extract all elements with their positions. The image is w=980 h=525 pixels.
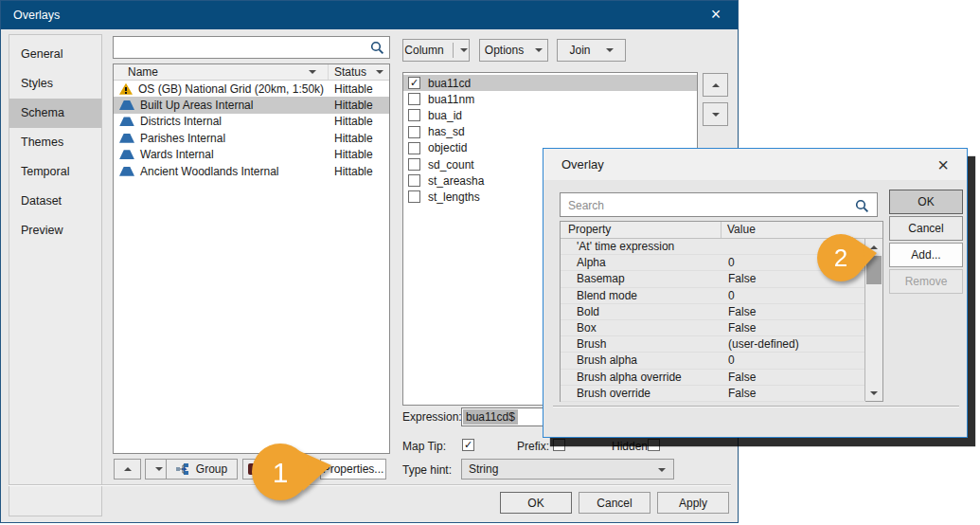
sidebar-item-temporal[interactable]: Temporal bbox=[9, 157, 101, 187]
overlay-status-cell: Hittable bbox=[329, 115, 389, 128]
table-row[interactable]: Built Up Areas InternalHittable bbox=[114, 97, 389, 113]
property-name-cell: Blend mode bbox=[561, 289, 722, 302]
table-row[interactable]: Ancient Woodlands InternalHittable bbox=[114, 163, 389, 179]
field-checkbox[interactable] bbox=[408, 142, 420, 154]
field-label: bua_id bbox=[428, 109, 462, 122]
chevron-down-icon bbox=[658, 468, 666, 472]
sidebar-item-dataset[interactable]: Dataset bbox=[9, 187, 101, 216]
field-checkbox[interactable] bbox=[408, 190, 420, 203]
sidebar-item-schema[interactable]: Schema bbox=[9, 99, 101, 128]
search-placeholder: Search bbox=[568, 199, 604, 212]
ok-button[interactable]: OK bbox=[500, 492, 572, 514]
cancel-button[interactable]: Cancel bbox=[889, 216, 963, 241]
list-item-bua_id[interactable]: bua_id bbox=[403, 107, 697, 123]
overlay-name-text: Ancient Woodlands Internal bbox=[140, 165, 279, 178]
overlay-status-cell: Hittable bbox=[329, 165, 389, 178]
sidebar-item-general[interactable]: General bbox=[9, 40, 101, 69]
field-checkbox[interactable]: ✓ bbox=[408, 77, 420, 89]
group-icon bbox=[176, 463, 190, 476]
ok-button[interactable]: OK bbox=[889, 190, 963, 214]
chevron-down-icon[interactable] bbox=[376, 70, 383, 74]
sidebar: GeneralStylesSchemaThemesTemporalDataset… bbox=[9, 34, 102, 516]
table-row[interactable]: OS (GB) National Grid (20km, 1:50k)Hitta… bbox=[114, 81, 389, 97]
add-button[interactable]: Add... bbox=[889, 243, 963, 267]
property-name-cell: Brush override bbox=[561, 387, 722, 400]
property-row[interactable]: Brush alpha0 bbox=[561, 353, 865, 369]
property-search-input[interactable]: Search bbox=[560, 192, 878, 217]
column-header-property[interactable]: Property bbox=[561, 222, 722, 238]
maptip-checkbox[interactable]: ✓ bbox=[462, 439, 474, 451]
field-label: st_areasha bbox=[428, 174, 484, 188]
prefix-checkbox[interactable] bbox=[553, 439, 565, 451]
layer-icon bbox=[119, 134, 134, 143]
layer-icon bbox=[119, 100, 134, 110]
chevron-down-icon bbox=[606, 48, 614, 52]
close-icon[interactable]: × bbox=[705, 3, 726, 26]
property-name-cell: Brush alpha bbox=[561, 353, 722, 367]
property-value-cell: False bbox=[722, 387, 865, 400]
expression-value: bua11cd$ bbox=[463, 409, 518, 425]
chevron-down-icon[interactable] bbox=[460, 48, 468, 52]
join-dropdown-button[interactable]: Join bbox=[557, 39, 626, 62]
property-row[interactable]: Brush(user-defined) bbox=[561, 336, 865, 353]
overlay-properties-dialog: Overlay × Search Property Value 'At' tim… bbox=[543, 148, 968, 438]
table-row[interactable]: Wards InternalHittable bbox=[114, 147, 389, 163]
sidebar-item-styles[interactable]: Styles bbox=[9, 69, 101, 99]
field-label: st_lengths bbox=[428, 190, 480, 204]
list-item-bua11nm[interactable]: bua11nm bbox=[403, 91, 697, 107]
property-name-cell: Alpha bbox=[561, 256, 722, 269]
overlay-name-cell: Ancient Woodlands Internal bbox=[114, 165, 329, 178]
hidden-checkbox[interactable] bbox=[648, 439, 660, 451]
sidebar-item-themes[interactable]: Themes bbox=[9, 128, 101, 157]
overlay-dialog-title: Overlay bbox=[561, 157, 604, 172]
field-checkbox[interactable] bbox=[408, 109, 420, 121]
table-row[interactable]: Districts InternalHittable bbox=[114, 114, 389, 130]
field-checkbox[interactable] bbox=[408, 174, 420, 187]
apply-button[interactable]: Apply bbox=[657, 492, 729, 514]
close-icon[interactable]: × bbox=[932, 153, 954, 177]
sidebar-item-preview[interactable]: Preview bbox=[9, 216, 101, 245]
property-name-cell: Brush alpha override bbox=[561, 371, 722, 384]
options-dropdown-button[interactable]: Options bbox=[479, 39, 548, 62]
field-checkbox[interactable] bbox=[408, 93, 420, 105]
popup-divider bbox=[553, 406, 959, 407]
footer-divider bbox=[9, 484, 731, 486]
chevron-down-icon[interactable] bbox=[309, 70, 316, 74]
typehint-select[interactable]: String bbox=[461, 459, 674, 480]
property-name-cell: Box bbox=[561, 321, 722, 335]
property-row[interactable]: BoxFalse bbox=[561, 320, 865, 336]
field-move-down-button[interactable] bbox=[703, 102, 728, 126]
prefix-label: Prefix: bbox=[517, 440, 549, 453]
callout-1-badge: 1 bbox=[248, 442, 335, 504]
property-value-cell: (user-defined) bbox=[722, 337, 865, 351]
move-up-button[interactable] bbox=[114, 459, 141, 480]
column-split-button[interactable]: Column bbox=[402, 39, 470, 62]
cancel-button[interactable]: Cancel bbox=[579, 492, 650, 514]
arrow-up-icon bbox=[712, 83, 720, 87]
list-item-has_sd[interactable]: has_sd bbox=[403, 124, 697, 140]
arrow-down-icon bbox=[155, 467, 163, 471]
overlay-table: Name Status OS (GB) National Grid (20km,… bbox=[113, 63, 390, 454]
table-row[interactable]: Parishes InternalHittable bbox=[114, 130, 389, 146]
maptip-label: Map Tip: bbox=[402, 440, 446, 453]
property-row[interactable]: BoldFalse bbox=[561, 304, 865, 320]
field-checkbox[interactable] bbox=[408, 158, 420, 171]
field-move-up-button[interactable] bbox=[703, 73, 728, 97]
property-row[interactable]: Blend mode0 bbox=[561, 288, 865, 304]
remove-button: Remove bbox=[889, 269, 963, 294]
overlay-dialog-titlebar: Overlay × bbox=[543, 149, 967, 180]
column-header-name[interactable]: Name bbox=[114, 64, 329, 80]
overlay-table-header: Name Status bbox=[114, 64, 389, 81]
field-checkbox[interactable] bbox=[408, 126, 420, 138]
overlay-name-cell: OS (GB) National Grid (20km, 1:50k) bbox=[114, 82, 329, 96]
property-value-cell: 0 bbox=[722, 289, 865, 302]
column-header-status[interactable]: Status bbox=[329, 64, 389, 80]
overlay-search-input[interactable] bbox=[113, 36, 390, 59]
property-row[interactable]: Brush alpha overrideFalse bbox=[561, 370, 865, 386]
scroll-down-icon[interactable] bbox=[865, 385, 882, 401]
list-item-bua11cd[interactable]: ✓bua11cd bbox=[403, 75, 697, 91]
property-row[interactable]: Brush overrideFalse bbox=[561, 386, 865, 402]
group-button[interactable]: Group bbox=[166, 459, 238, 480]
warning-icon bbox=[119, 83, 133, 95]
arrow-up-icon bbox=[124, 467, 132, 471]
